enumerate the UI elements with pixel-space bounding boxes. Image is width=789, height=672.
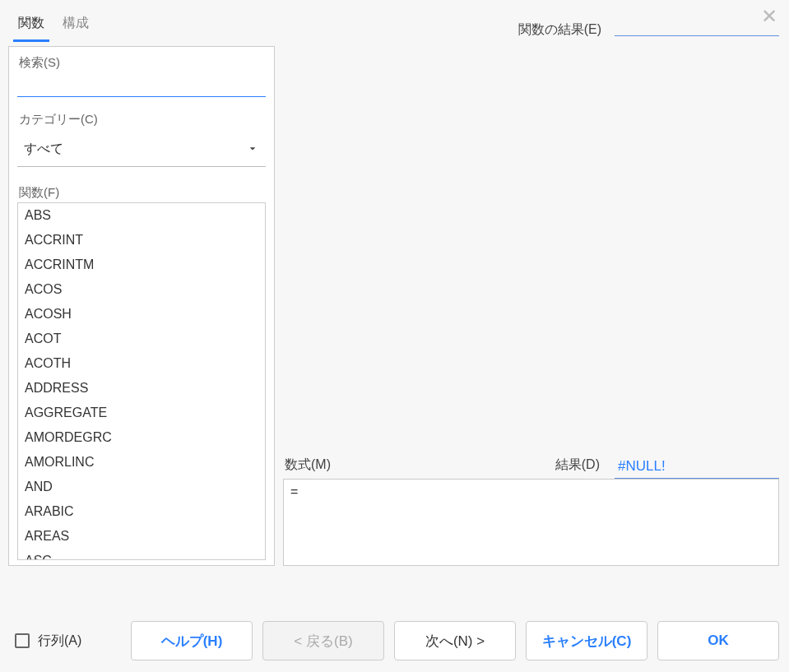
tabs: 関数 構成 bbox=[8, 0, 275, 41]
formula-input[interactable]: = bbox=[283, 479, 779, 566]
list-item[interactable]: AMORLINC bbox=[18, 450, 265, 475]
list-item[interactable]: ASC bbox=[18, 549, 265, 560]
list-item[interactable]: AMORDEGRC bbox=[18, 425, 265, 450]
help-button[interactable]: ヘルプ(H) bbox=[131, 621, 253, 660]
result-wrap: 結果(D) #NULL! bbox=[555, 456, 779, 479]
list-item[interactable]: ACCRINT bbox=[18, 228, 265, 253]
dialog-content: 関数 構成 検索(S) カテゴリー(C) すべて 関数(F) ABSACCRI bbox=[0, 0, 789, 566]
function-result-label: 関数の結果(E) bbox=[518, 18, 601, 42]
close-icon[interactable]: ✕ bbox=[761, 7, 777, 26]
matrix-checkbox[interactable] bbox=[15, 633, 30, 648]
list-item[interactable]: AND bbox=[18, 475, 265, 499]
dialog-footer: 行列(A) ヘルプ(H) < 戻る(B) 次へ(N) > キャンセル(C) OK bbox=[0, 611, 789, 672]
cancel-button[interactable]: キャンセル(C) bbox=[526, 621, 647, 660]
left-panel: 関数 構成 検索(S) カテゴリー(C) すべて 関数(F) ABSACCRI bbox=[7, 0, 275, 566]
function-wizard-dialog: ✕ 関数 構成 検索(S) カテゴリー(C) すべて bbox=[0, 0, 789, 672]
list-item[interactable]: ACOSH bbox=[18, 302, 265, 327]
result-label: 結果(D) bbox=[555, 456, 600, 479]
list-item[interactable]: AGGREGATE bbox=[18, 401, 265, 425]
function-result-row: 関数の結果(E) bbox=[283, 0, 779, 42]
right-panel: 関数の結果(E) 数式(M) 結果(D) #NULL! = bbox=[275, 0, 782, 566]
formula-header-row: 数式(M) 結果(D) #NULL! bbox=[283, 453, 779, 479]
list-item[interactable]: ACOT bbox=[18, 327, 265, 351]
list-item[interactable]: ACOTH bbox=[18, 351, 265, 376]
function-list[interactable]: ABSACCRINTACCRINTMACOSACOSHACOTACOTHADDR… bbox=[17, 202, 266, 560]
result-value: #NULL! bbox=[615, 456, 779, 479]
category-row: カテゴリー(C) すべて bbox=[17, 112, 266, 182]
tab-functions[interactable]: 関数 bbox=[18, 15, 44, 40]
ok-button[interactable]: OK bbox=[657, 621, 779, 660]
formula-label: 数式(M) bbox=[283, 453, 331, 479]
tab-structure[interactable]: 構成 bbox=[63, 15, 89, 40]
search-label: 検索(S) bbox=[19, 55, 266, 71]
back-button: < 戻る(B) bbox=[262, 621, 384, 660]
next-button[interactable]: 次へ(N) > bbox=[394, 621, 516, 660]
list-item[interactable]: ACCRINTM bbox=[18, 253, 265, 277]
matrix-checkbox-wrap[interactable]: 行列(A) bbox=[15, 633, 81, 650]
search-input[interactable] bbox=[17, 72, 266, 97]
list-item[interactable]: AREAS bbox=[18, 524, 265, 549]
list-item[interactable]: ACOS bbox=[18, 277, 265, 302]
category-select[interactable]: すべて bbox=[17, 132, 266, 167]
function-list-label: 関数(F) bbox=[19, 185, 266, 201]
list-item[interactable]: ARABIC bbox=[18, 499, 265, 524]
description-area bbox=[283, 42, 779, 450]
matrix-label: 行列(A) bbox=[38, 633, 81, 650]
category-value: すべて bbox=[17, 132, 266, 166]
function-result-field bbox=[615, 18, 779, 36]
list-item[interactable]: ABS bbox=[18, 203, 265, 228]
category-label: カテゴリー(C) bbox=[19, 112, 266, 127]
panel-body: 検索(S) カテゴリー(C) すべて 関数(F) ABSACCRINTACCRI… bbox=[8, 46, 275, 566]
list-item[interactable]: ADDRESS bbox=[18, 376, 265, 401]
